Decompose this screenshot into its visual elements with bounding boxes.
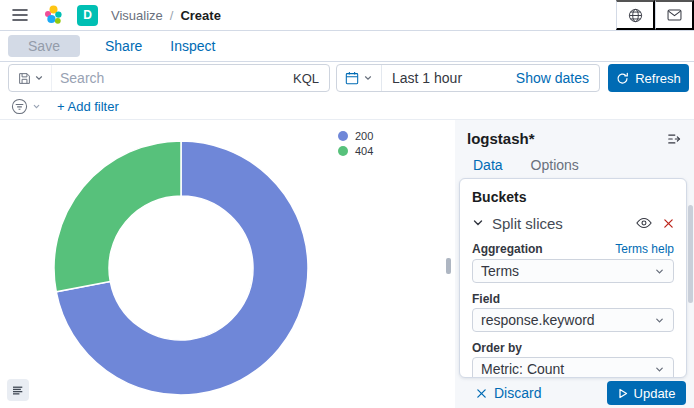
filter-options-button[interactable]	[11, 98, 41, 115]
legend-dot	[338, 131, 348, 141]
menu-icon[interactable]	[10, 6, 30, 24]
sidebar-footer: Discard Update	[455, 378, 694, 408]
buckets-panel: Buckets Split slices Aggregation Terms h…	[459, 178, 687, 378]
split-slices-label: Split slices	[492, 215, 636, 232]
help-globe-icon[interactable]	[616, 0, 655, 30]
refresh-button[interactable]: Refresh	[608, 64, 689, 92]
query-bar: KQL Last 1 hour Show dates Refresh	[0, 62, 694, 94]
app-header: D Visualize / Create	[0, 0, 694, 31]
field-select[interactable]: response.keyword	[472, 308, 674, 332]
sidebar-scrollbar[interactable]	[688, 205, 693, 303]
terms-help-link[interactable]: Terms help	[615, 242, 674, 256]
refresh-icon	[616, 72, 629, 85]
newsfeed-mail-icon[interactable]	[655, 0, 694, 30]
inspect-button[interactable]: Inspect	[164, 37, 221, 55]
toggle-visibility-eye-icon[interactable]	[636, 217, 652, 229]
legend-label: 200	[355, 130, 373, 142]
split-slices-row: Split slices	[472, 214, 674, 232]
date-quick-select-button[interactable]	[337, 65, 382, 91]
chevron-down-icon	[654, 364, 665, 375]
top-nav-toolbar: Save Share Inspect	[0, 31, 694, 62]
aggregation-label: Aggregation	[472, 243, 543, 255]
toggle-legend-button[interactable]	[7, 379, 29, 401]
share-button[interactable]: Share	[99, 37, 148, 55]
add-filter-button[interactable]: + Add filter	[51, 98, 125, 115]
order-by-select[interactable]: Metric: Count	[472, 357, 674, 378]
header-actions	[616, 0, 694, 30]
index-pattern-title: logstash*	[467, 130, 535, 147]
save-button[interactable]: Save	[8, 35, 80, 57]
saved-query-menu-button[interactable]	[9, 65, 52, 91]
search-input[interactable]	[52, 70, 289, 86]
refresh-label: Refresh	[635, 71, 681, 86]
play-icon	[618, 388, 628, 399]
collapse-sidebar-icon[interactable]	[667, 132, 681, 146]
elastic-logo-icon[interactable]	[43, 5, 63, 25]
order-by-label: Order by	[472, 342, 522, 354]
legend-item-404[interactable]: 404	[338, 145, 373, 157]
date-picker: Last 1 hour Show dates	[336, 64, 600, 92]
close-icon	[476, 388, 487, 399]
donut-chart[interactable]	[51, 138, 311, 398]
discard-label: Discard	[494, 385, 541, 401]
chevron-down-icon	[32, 102, 41, 111]
buckets-title: Buckets	[472, 189, 674, 205]
aggregation-select[interactable]: Terms	[472, 259, 674, 283]
breadcrumb-separator: /	[170, 8, 174, 23]
query-language-button[interactable]: KQL	[289, 71, 329, 86]
visualization-canvas: 200 404 logstash* Data Options	[0, 120, 694, 408]
show-dates-button[interactable]: Show dates	[510, 69, 599, 87]
collapse-agg-chevron-icon[interactable]	[472, 217, 484, 229]
chevron-down-icon	[363, 73, 373, 83]
chart-legend: 200 404	[338, 130, 373, 157]
vis-editor-sidebar: logstash* Data Options Buckets Split sli…	[455, 120, 694, 408]
update-label: Update	[634, 386, 676, 401]
search-box: KQL	[8, 64, 330, 92]
chevron-down-icon	[654, 315, 665, 326]
filter-circle-icon	[11, 98, 28, 115]
legend-item-200[interactable]: 200	[338, 130, 373, 142]
discard-button[interactable]: Discard	[470, 384, 547, 402]
donut-slice-404[interactable]	[54, 141, 181, 292]
panel-resize-handle[interactable]	[446, 258, 451, 274]
remove-agg-x-icon[interactable]	[663, 218, 674, 229]
breadcrumb: Visualize / Create	[111, 8, 221, 23]
filter-bar: + Add filter	[0, 94, 694, 120]
field-label: Field	[472, 293, 500, 305]
breadcrumb-create: Create	[180, 8, 220, 23]
calendar-icon	[345, 71, 359, 85]
time-range-value[interactable]: Last 1 hour	[392, 70, 462, 86]
update-button[interactable]: Update	[607, 381, 686, 405]
breadcrumb-visualize[interactable]: Visualize	[111, 8, 163, 23]
save-query-icon	[18, 72, 31, 85]
legend-label: 404	[355, 145, 373, 157]
legend-list-icon	[13, 385, 23, 396]
legend-dot	[338, 146, 348, 156]
chevron-down-icon	[34, 73, 44, 83]
space-avatar[interactable]: D	[77, 5, 98, 26]
chevron-down-icon	[654, 266, 665, 277]
